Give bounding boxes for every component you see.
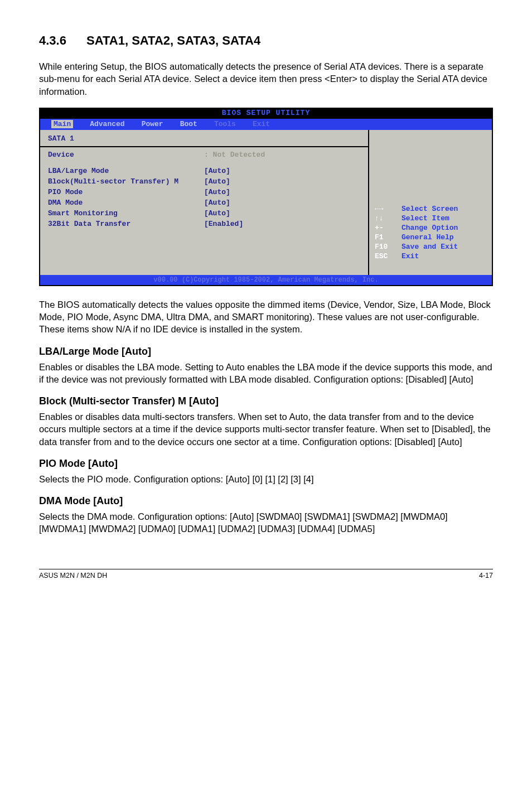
bios-lba-row[interactable]: LBA/Large Mode [Auto] <box>48 166 360 176</box>
bios-footer: v00.00 (C)Copyright 1985-2002, American … <box>40 275 492 285</box>
help-key-f10: F10 <box>375 243 402 252</box>
bios-block-row[interactable]: Block(Multi-sector Transfer) M [Auto] <box>48 176 360 187</box>
bios-smart-label: Smart Monitoring <box>48 209 204 218</box>
lba-text: Enables or disables the LBA mode. Settin… <box>39 361 493 386</box>
help-key-plusminus: +- <box>375 224 402 233</box>
section-heading: SATA1, SATA2, SATA3, SATA4 <box>86 33 260 47</box>
help-exit: Exit <box>402 252 419 262</box>
help-key-arrows-ud: ↑↓ <box>375 214 402 224</box>
bios-left-pane: SATA 1 Device : Not Detected LBA/Large M… <box>40 130 369 275</box>
section-number: 4.3.6 <box>39 33 66 48</box>
dma-heading: DMA Mode [Auto] <box>39 495 493 507</box>
bios-block-label: Block(Multi-sector Transfer) M <box>48 177 204 186</box>
bios-body: SATA 1 Device : Not Detected LBA/Large M… <box>40 130 492 275</box>
help-key-f1: F1 <box>375 233 402 243</box>
bios-title-bar: BIOS SETUP UTILITY <box>40 109 492 119</box>
bios-device-row: Device : Not Detected <box>48 149 360 160</box>
bios-32bit-row[interactable]: 32Bit Data Transfer [Enabled] <box>48 219 360 229</box>
after-bios-text: The BIOS automatically detects the value… <box>39 298 493 336</box>
bios-tab-advanced[interactable]: Advanced <box>90 120 124 128</box>
bios-dma-value: [Auto] <box>204 199 230 207</box>
bios-smart-row[interactable]: Smart Monitoring [Auto] <box>48 208 360 219</box>
bios-tab-boot[interactable]: Boot <box>180 120 197 128</box>
section-title: 4.3.6 SATA1, SATA2, SATA3, SATA4 <box>39 33 493 48</box>
intro-text: While entering Setup, the BIOS automatic… <box>39 60 493 98</box>
bios-tab-exit[interactable]: Exit <box>253 120 270 128</box>
bios-dma-row[interactable]: DMA Mode [Auto] <box>48 197 360 208</box>
bios-right-pane: ←→Select Screen ↑↓Select Item +-Change O… <box>369 130 492 275</box>
bios-device-value: : Not Detected <box>204 151 265 159</box>
bios-pio-value: [Auto] <box>204 188 230 196</box>
bios-screenshot: BIOS SETUP UTILITY Main Advanced Power B… <box>39 108 493 286</box>
help-change-option: Change Option <box>402 224 458 233</box>
help-key-arrows-lr: ←→ <box>375 205 402 214</box>
bios-pio-label: PIO Mode <box>48 188 204 196</box>
bios-pio-row[interactable]: PIO Mode [Auto] <box>48 187 360 197</box>
bios-block-value: [Auto] <box>204 177 230 186</box>
dma-text: Selects the DMA mode. Configuration opti… <box>39 510 493 535</box>
bios-lba-label: LBA/Large Mode <box>48 167 204 175</box>
pio-heading: PIO Mode [Auto] <box>39 458 493 470</box>
bios-lba-value: [Auto] <box>204 167 230 175</box>
bios-device-header: SATA 1 <box>48 133 360 144</box>
help-select-item: Select Item <box>402 214 449 224</box>
bios-32bit-value: [Enabled] <box>204 220 243 228</box>
page-footer: ASUS M2N / M2N DH 4-17 <box>39 572 493 579</box>
footer-left: ASUS M2N / M2N DH <box>39 572 107 579</box>
bios-sata-header: SATA 1 <box>48 134 74 143</box>
lba-heading: LBA/Large Mode [Auto] <box>39 346 493 357</box>
bios-tab-tools[interactable]: Tools <box>214 120 236 128</box>
bios-tab-row: Main Advanced Power Boot Tools Exit <box>40 119 492 130</box>
bios-32bit-label: 32Bit Data Transfer <box>48 220 204 228</box>
bios-tab-power[interactable]: Power <box>142 120 163 128</box>
bios-title: BIOS SETUP UTILITY <box>222 109 310 117</box>
help-save-exit: Save and Exit <box>402 243 458 252</box>
footer-line <box>39 569 493 569</box>
footer-right: 4-17 <box>479 572 493 579</box>
bios-help-block: ←→Select Screen ↑↓Select Item +-Change O… <box>375 205 458 261</box>
pio-text: Selects the PIO mode. Configuration opti… <box>39 473 493 485</box>
bios-smart-value: [Auto] <box>204 209 230 218</box>
bios-device-label: Device <box>48 151 204 159</box>
bios-dma-label: DMA Mode <box>48 199 204 207</box>
help-key-esc: ESC <box>375 252 402 262</box>
help-select-screen: Select Screen <box>402 205 458 214</box>
block-text: Enables or disables data multi-sectors t… <box>39 410 493 448</box>
bios-divider <box>40 146 368 147</box>
bios-tab-main[interactable]: Main <box>51 120 73 128</box>
help-general-help: General Help <box>402 233 454 243</box>
block-heading: Block (Multi-sector Transfer) M [Auto] <box>39 395 493 407</box>
